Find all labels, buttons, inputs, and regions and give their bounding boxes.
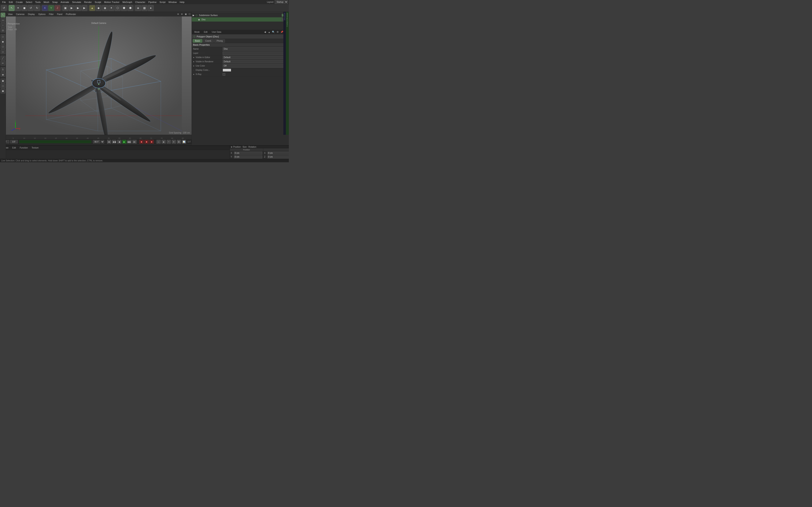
object-item-subdivision[interactable]: ▶ ⬡ Subdivision Surface ✓ ⊕ <box>192 13 289 17</box>
menu-mograph[interactable]: MoGraph <box>121 0 134 4</box>
timeline-mode-btn[interactable]: ≡ <box>172 140 176 144</box>
smooth-button[interactable]: ⬢ <box>1 89 5 93</box>
attr-visible-renderer-dropdown[interactable]: Default ▼ <box>223 60 288 63</box>
record-btn[interactable]: ⏺ <box>139 140 144 144</box>
mode-x-button[interactable]: X <box>42 5 48 11</box>
xpresso-btn[interactable]: 📊 <box>182 140 186 144</box>
display-menu-btn[interactable]: Display <box>27 13 36 16</box>
viewport-grid-icon[interactable]: ▣ <box>184 12 187 16</box>
brush-button[interactable]: ✏ <box>1 61 5 65</box>
freehand-selection-button[interactable]: ◎ <box>1 28 5 33</box>
viewport-expand-icon[interactable]: ⊕ <box>176 12 180 16</box>
menu-file[interactable]: File <box>1 0 7 4</box>
size-x-input[interactable] <box>267 152 289 155</box>
extrude-button[interactable]: ◻ <box>1 49 5 54</box>
poly-mode-button[interactable]: ⬡ <box>115 5 120 11</box>
menu-motion-tracker[interactable]: Motion Tracker <box>103 0 121 4</box>
prorender-menu-btn[interactable]: ProRender <box>64 13 77 16</box>
spline-tool-button[interactable]: S <box>1 67 5 72</box>
menu-window[interactable]: Window <box>167 0 178 4</box>
panel-menu-btn[interactable]: Panel <box>56 13 64 16</box>
menu-animate[interactable]: Animate <box>59 0 70 4</box>
goto-start-btn[interactable]: ⏮ <box>107 140 111 144</box>
attr-search-icon[interactable]: 🔍 <box>271 30 275 34</box>
menu-sculpt[interactable]: Sculpt <box>94 0 103 4</box>
timeline-ruler[interactable]: 0 5 10 15 20 25 30 35 40 45 50 55 60 65 … <box>0 135 192 139</box>
attr-tab-coord[interactable]: Coord. <box>203 39 214 43</box>
auto-key-btn[interactable]: ⏺ <box>144 140 149 144</box>
options-menu-btn[interactable]: Options <box>37 13 47 16</box>
key-btn[interactable]: ⏺ <box>150 140 154 144</box>
attr-display-color-swatch[interactable] <box>223 69 231 72</box>
attr-use-color-dropdown[interactable]: Off ▼ <box>223 64 288 68</box>
bevel-button[interactable]: ⬡ <box>1 44 5 49</box>
move-tool-button[interactable]: ✦ <box>15 5 21 11</box>
scale-tool-button[interactable]: ◼ <box>21 5 27 11</box>
motion-mode-btn[interactable]: ↔ <box>156 140 161 144</box>
light-button[interactable]: ● <box>148 5 154 11</box>
uv-mode-button[interactable]: ⬟ <box>121 5 127 11</box>
menu-script[interactable]: Script <box>158 0 167 4</box>
mesh-mode-button[interactable]: ◆ <box>96 5 101 11</box>
render-settings-button[interactable]: ▶ <box>82 5 87 11</box>
viewport[interactable]: View Cameras Display Options Filter Pane… <box>6 12 192 135</box>
menu-create[interactable]: Create <box>14 0 24 4</box>
layer-mode-btn[interactable]: ☰ <box>177 140 181 144</box>
menu-mesh[interactable]: Mesh <box>42 0 51 4</box>
attr-name-input[interactable] <box>223 47 288 51</box>
snap-button[interactable]: ◈ <box>135 5 141 11</box>
attr-layer-input[interactable] <box>223 52 284 55</box>
mat-edit-btn[interactable]: Edit <box>11 147 17 149</box>
viewport-options-icon[interactable]: ⬡ <box>188 12 191 16</box>
attr-forward-icon[interactable]: ▲ <box>267 30 271 34</box>
attr-visible-editor-dropdown[interactable]: Default ▼ <box>223 56 288 59</box>
attr-tab-mode[interactable]: Mode <box>193 31 201 34</box>
menu-help[interactable]: Help <box>179 0 186 4</box>
frame-rate-select[interactable]: ▼ <box>101 140 104 144</box>
menu-select[interactable]: Select <box>24 0 34 4</box>
rect-selection-button[interactable]: ▭ <box>1 18 5 22</box>
layer-tool-button[interactable]: ⬟ <box>1 78 5 83</box>
goto-end-btn[interactable]: ⏭ <box>133 140 137 144</box>
menu-edit[interactable]: Edit <box>8 0 14 4</box>
size-y-input[interactable] <box>267 156 289 158</box>
pos-x-input[interactable] <box>234 152 262 155</box>
attr-xray-checkbox[interactable] <box>223 73 225 76</box>
attr-tab-userdata[interactable]: User Data <box>210 31 223 34</box>
layout-dropdown[interactable]: Startup <box>275 0 288 4</box>
sculpt-button[interactable]: ◉ <box>1 72 5 77</box>
render-region-button[interactable]: ▣ <box>62 5 68 11</box>
menu-simulate[interactable]: Simulate <box>71 0 83 4</box>
cursor-tool-button[interactable]: ↖ <box>9 5 14 11</box>
rotate-tool-button[interactable]: ↺ <box>28 5 34 11</box>
mode-y-button[interactable]: Y <box>48 5 54 11</box>
edge-mode-button[interactable]: ✦ <box>108 5 114 11</box>
fcurve-btn[interactable]: ~ <box>167 140 171 144</box>
viewport-maximize-icon[interactable]: ⊕ <box>180 12 184 16</box>
object-item-disc[interactable]: ◼ Disc ⬡ ⊕ <box>192 17 289 21</box>
key-mode-btn[interactable]: ◈ <box>161 140 166 144</box>
clone-button[interactable]: ⬡ <box>1 83 5 88</box>
render-picture-button[interactable]: ▶ <box>75 5 81 11</box>
attr-back-icon[interactable]: ◀ <box>263 30 267 34</box>
texture-mode-button[interactable]: ⬢ <box>127 5 133 11</box>
end-frame-input[interactable] <box>93 140 100 144</box>
menu-snap[interactable]: Snap <box>51 0 59 4</box>
pos-y-input[interactable] <box>234 156 262 158</box>
menu-pipeline[interactable]: Pipeline <box>147 0 158 4</box>
loop-cut-button[interactable]: ◼ <box>1 39 5 44</box>
menu-character[interactable]: Character <box>134 0 147 4</box>
rotate2-button[interactable]: ↻ <box>34 5 40 11</box>
line-tool-button[interactable]: ╱ <box>1 56 5 60</box>
attr-tab-basic[interactable]: Basic <box>193 39 202 43</box>
live-selection-button[interactable]: ↖ <box>1 13 5 17</box>
model-mode-button[interactable]: ▲ <box>89 5 95 11</box>
prev-frame-btn[interactable]: ◀ <box>117 140 121 144</box>
poly-pen-button[interactable]: ◻ <box>1 34 5 39</box>
cameras-menu-btn[interactable]: Cameras <box>15 13 26 16</box>
view-menu-btn[interactable]: View <box>7 13 14 16</box>
menu-tools[interactable]: Tools <box>34 0 42 4</box>
filter-menu-btn[interactable]: Filter <box>48 13 55 16</box>
attr-gear-icon[interactable]: ⚙ <box>276 30 280 34</box>
mode-z-button[interactable]: Z <box>55 5 60 11</box>
